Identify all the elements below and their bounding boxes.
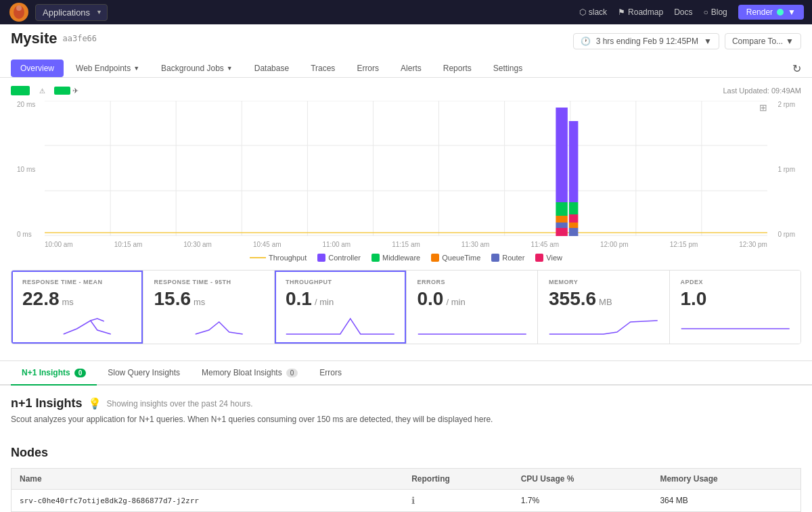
table-row: srv-c0he40rfc7otije8dk2g-8686877d7-j2zrr… bbox=[12, 490, 801, 512]
sparkline-memory bbox=[549, 315, 658, 335]
nav-left: Applications bbox=[8, 1, 108, 23]
tab-database[interactable]: Database bbox=[245, 60, 298, 77]
sparkline-throughput bbox=[286, 315, 395, 335]
tab-settings[interactable]: Settings bbox=[484, 60, 532, 77]
svg-rect-26 bbox=[569, 228, 579, 236]
svg-rect-25 bbox=[569, 223, 579, 228]
svg-rect-23 bbox=[569, 202, 579, 214]
app-logo bbox=[8, 1, 30, 23]
indicators-row: ⚠ ✈ Last Updated: 09:49AM bbox=[11, 86, 801, 95]
tab-errors[interactable]: Errors bbox=[347, 60, 388, 77]
queuetime-legend-box bbox=[431, 254, 439, 262]
render-button[interactable]: Render ▼ bbox=[738, 5, 804, 20]
nodes-title: Nodes bbox=[11, 446, 801, 460]
middleware-legend-box bbox=[371, 254, 380, 262]
col-memory: Memory Usage bbox=[652, 469, 800, 490]
alert-icon: ⚠ bbox=[35, 86, 49, 95]
top-navigation: Applications ⬡ slack ⚑ Roadmap Docs ○ Bl… bbox=[0, 0, 812, 24]
green-indicator-1 bbox=[11, 86, 30, 95]
sparkline-errors bbox=[418, 315, 527, 335]
compare-chevron-icon: ▼ bbox=[786, 37, 794, 46]
nodes-table-body: srv-c0he40rfc7otije8dk2g-8686877d7-j2zrr… bbox=[12, 490, 801, 512]
docs-link[interactable]: Docs bbox=[674, 7, 692, 17]
chart-wrapper: 20 ms 10 ms 0 ms 2 rpm 1 rpm 0 rpm ⊞ bbox=[45, 101, 767, 248]
legend-router: Router bbox=[491, 254, 524, 262]
insight-tab-slow-query[interactable]: Slow Query Insights bbox=[97, 361, 191, 386]
blog-link[interactable]: ○ Blog bbox=[703, 7, 727, 17]
svg-rect-20 bbox=[556, 223, 567, 228]
svg-rect-19 bbox=[556, 216, 567, 223]
roadmap-link[interactable]: ⚑ Roadmap bbox=[618, 7, 663, 17]
nav-right: ⬡ slack ⚑ Roadmap Docs ○ Blog Render ▼ bbox=[579, 5, 804, 20]
metric-response-time-95th: RESPONSE TIME - 95TH 15.6 ms bbox=[143, 271, 275, 344]
svg-rect-18 bbox=[556, 202, 567, 216]
col-cpu: CPU Usage % bbox=[513, 469, 652, 490]
indicator-chip: ✈ bbox=[54, 87, 78, 95]
roadmap-icon: ⚑ bbox=[618, 7, 625, 17]
tab-overview[interactable]: Overview bbox=[11, 60, 64, 77]
metric-throughput: THROUGHPUT 0.1 / min bbox=[275, 271, 407, 344]
tab-traces[interactable]: Traces bbox=[301, 60, 344, 77]
sub-header: Mysite aa3fe66 🕐 3 hrs ending Feb 9 12:4… bbox=[0, 24, 812, 78]
view-legend-box bbox=[535, 254, 543, 262]
green-chip bbox=[54, 87, 70, 95]
metric-response-time-mean: RESPONSE TIME - MEAN 22.8 ms bbox=[12, 271, 143, 344]
nav-tabs: Overview Web Endpoints ▼ Background Jobs… bbox=[11, 60, 801, 77]
insight-tabs: N+1 Insights 0 Slow Query Insights Memor… bbox=[0, 361, 812, 386]
legend-throughput: Throughput bbox=[250, 254, 307, 262]
svg-rect-22 bbox=[569, 121, 579, 202]
web-endpoints-chevron-icon: ▼ bbox=[133, 65, 139, 72]
time-range-picker[interactable]: 🕐 3 hrs ending Feb 9 12:45PM ▼ bbox=[573, 33, 719, 49]
node-cpu-cell: 1.7% bbox=[513, 490, 652, 512]
last-updated: Last Updated: 09:49AM bbox=[723, 87, 801, 95]
blog-icon: ○ bbox=[703, 7, 708, 17]
clock-icon: 🕐 bbox=[581, 37, 591, 46]
metric-apdex: APDEX 1.0 bbox=[670, 271, 801, 344]
render-status-dot bbox=[777, 9, 784, 16]
tab-alerts[interactable]: Alerts bbox=[391, 60, 431, 77]
time-range-chevron-icon: ▼ bbox=[704, 37, 712, 46]
nodes-section: Nodes Name Reporting CPU Usage % Memory … bbox=[0, 446, 812, 512]
nodes-table: Name Reporting CPU Usage % Memory Usage … bbox=[11, 468, 801, 512]
router-legend-box bbox=[491, 254, 499, 262]
applications-dropdown[interactable]: Applications bbox=[35, 4, 108, 21]
insight-title: n+1 Insights 💡 Showing insights over the… bbox=[11, 396, 801, 411]
indicators-left: ⚠ ✈ bbox=[11, 86, 78, 95]
main-content: ⚠ ✈ Last Updated: 09:49AM 20 ms 10 ms 0 … bbox=[0, 78, 812, 361]
legend-view: View bbox=[535, 254, 562, 262]
insight-tab-errors[interactable]: Errors bbox=[309, 361, 353, 386]
chart-y-labels-right: 2 rpm 1 rpm 0 rpm bbox=[775, 101, 798, 238]
bg-jobs-chevron-icon: ▼ bbox=[227, 65, 233, 72]
chart-x-labels: 10:00 am 10:15 am 10:30 am 10:45 am 11:0… bbox=[45, 241, 767, 248]
insight-tab-n1[interactable]: N+1 Insights 0 bbox=[11, 361, 97, 386]
svg-rect-21 bbox=[556, 228, 567, 236]
site-meta: Mysite aa3fe66 🕐 3 hrs ending Feb 9 12:4… bbox=[11, 30, 801, 53]
slack-icon: ⬡ bbox=[579, 7, 586, 17]
sparkline-apdex bbox=[681, 315, 790, 335]
metric-memory: MEMORY 355.6 MB bbox=[538, 271, 670, 344]
insight-content: n+1 Insights 💡 Showing insights over the… bbox=[0, 386, 812, 446]
time-range-label: 3 hrs ending Feb 9 12:45PM bbox=[596, 37, 698, 46]
chart-pin-icon[interactable]: ⊞ bbox=[759, 102, 767, 113]
tab-reports[interactable]: Reports bbox=[434, 60, 481, 77]
legend-middleware: Middleware bbox=[371, 254, 420, 262]
metric-errors: ERRORS 0.0 / min bbox=[407, 271, 539, 344]
compare-button[interactable]: Compare To... ▼ bbox=[725, 33, 801, 49]
chart-svg bbox=[45, 101, 767, 236]
slack-link[interactable]: ⬡ slack bbox=[579, 7, 607, 17]
header-controls: 🕐 3 hrs ending Feb 9 12:45PM ▼ Compare T… bbox=[573, 33, 801, 49]
insight-tab-memory-bloat[interactable]: Memory Bloat Insights 0 bbox=[191, 361, 309, 386]
nodes-header-row: Name Reporting CPU Usage % Memory Usage bbox=[12, 469, 801, 490]
lightbulb-icon: 💡 bbox=[88, 397, 102, 410]
applications-dropdown-wrap[interactable]: Applications bbox=[35, 4, 108, 21]
tab-web-endpoints[interactable]: Web Endpoints ▼ bbox=[66, 60, 149, 77]
site-title-area: Mysite aa3fe66 bbox=[11, 30, 97, 47]
refresh-button[interactable]: ↻ bbox=[792, 62, 801, 75]
svg-rect-17 bbox=[556, 108, 567, 202]
metrics-row: RESPONSE TIME - MEAN 22.8 ms RESPONSE TI… bbox=[11, 270, 801, 344]
legend-controller: Controller bbox=[317, 254, 361, 262]
tab-background-jobs[interactable]: Background Jobs ▼ bbox=[152, 60, 242, 77]
controller-legend-box bbox=[317, 254, 325, 262]
render-chevron-icon: ▼ bbox=[788, 7, 796, 17]
node-name-cell: srv-c0he40rfc7otije8dk2g-8686877d7-j2zrr bbox=[12, 490, 404, 512]
